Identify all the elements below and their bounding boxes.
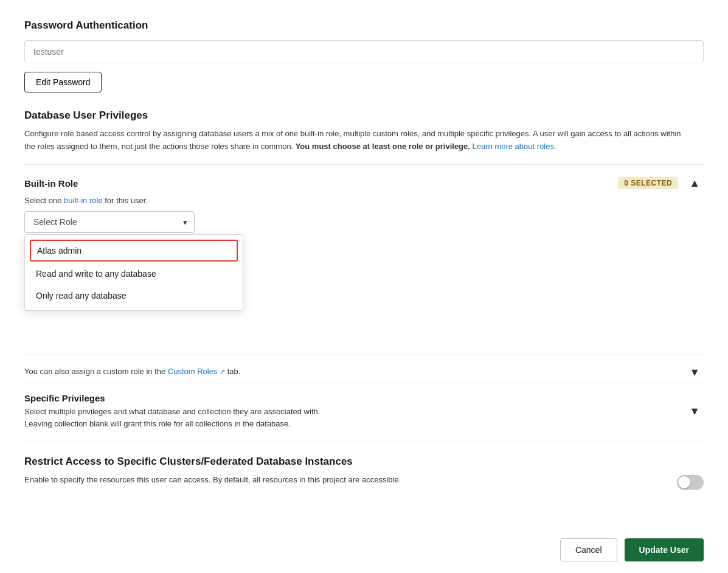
- footer-actions: Cancel Update User: [24, 526, 704, 561]
- select-role-wrapper: Select Role ▾: [24, 211, 195, 233]
- username-input[interactable]: [24, 40, 704, 63]
- password-auth-section: Password Authentication Edit Password: [24, 19, 704, 109]
- built-in-role-title: Built-in Role: [24, 178, 78, 189]
- role-dropdown-menu: Atlas admin Read and write to any databa…: [24, 234, 243, 311]
- restrict-access-description: Enable to specify the resources this use…: [24, 474, 401, 487]
- dropdown-item-atlas-admin[interactable]: Atlas admin: [30, 240, 238, 262]
- specific-privileges-title: Specific Privileges: [24, 393, 320, 403]
- custom-roles-section: You can also assign a custom role in the…: [24, 355, 704, 380]
- specific-privileges-collapse-button[interactable]: ▼: [685, 404, 704, 419]
- external-link-icon: ↗: [220, 368, 225, 375]
- specific-privileges-description: Select multiple privileges and what data…: [24, 406, 320, 431]
- db-privileges-section: Database User Privileges Configure role …: [24, 109, 704, 153]
- built-in-role-link[interactable]: built-in role: [64, 196, 103, 205]
- cancel-button[interactable]: Cancel: [560, 538, 617, 561]
- select-role-display[interactable]: Select Role: [24, 211, 195, 233]
- custom-roles-desc: You can also assign a custom role in the…: [24, 367, 685, 376]
- restrict-access-section: Restrict Access to Specific Clusters/Fed…: [24, 442, 704, 490]
- password-auth-title: Password Authentication: [24, 19, 704, 32]
- dropdown-item-readonly[interactable]: Only read any database: [25, 285, 243, 307]
- custom-roles-link[interactable]: Custom Roles ↗: [168, 367, 225, 376]
- built-in-role-section: Built-in Role 0 SELECTED ▲ Select one bu…: [24, 164, 704, 233]
- custom-roles-collapse-button[interactable]: ▼: [685, 365, 704, 380]
- restrict-access-title: Restrict Access to Specific Clusters/Fed…: [24, 456, 704, 468]
- specific-privileges-section: Specific Privileges Select multiple priv…: [24, 383, 704, 431]
- db-privileges-description: Configure role based access control by a…: [24, 128, 693, 153]
- role-select-area: Select Role ▾ Atlas admin Read and write…: [24, 211, 704, 233]
- toggle-knob: [678, 476, 690, 488]
- selected-badge: 0 SELECTED: [618, 177, 678, 189]
- dropdown-item-readwrite[interactable]: Read and write to any database: [25, 263, 243, 285]
- learn-more-link[interactable]: Learn more about roles.: [473, 142, 556, 151]
- db-privileges-title: Database User Privileges: [24, 109, 704, 122]
- built-in-role-subtitle: Select one built-in role for this user.: [24, 196, 704, 205]
- restrict-access-toggle[interactable]: [677, 475, 704, 490]
- built-in-role-collapse-button[interactable]: ▲: [685, 176, 704, 191]
- update-user-button[interactable]: Update User: [625, 538, 704, 561]
- edit-password-button[interactable]: Edit Password: [24, 72, 102, 92]
